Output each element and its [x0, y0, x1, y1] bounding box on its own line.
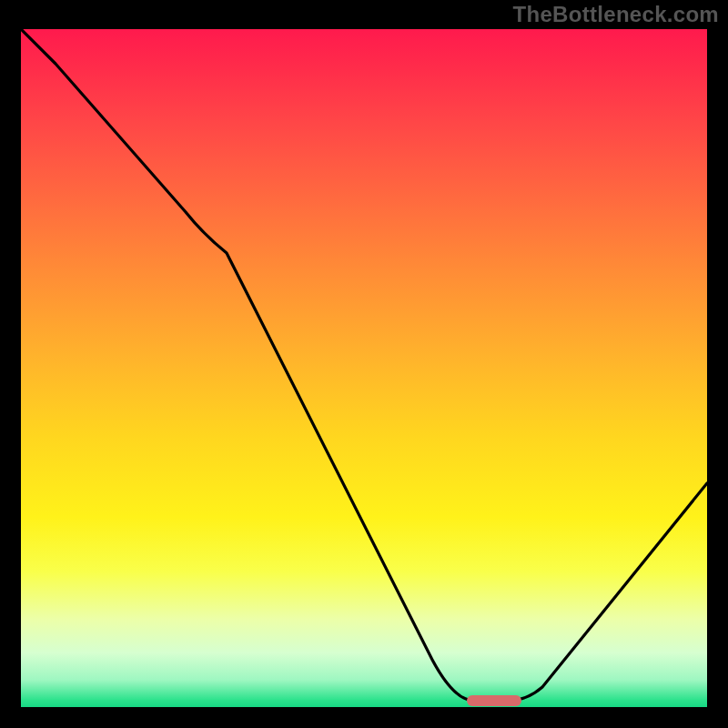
plot-area [21, 29, 707, 707]
watermark-text: TheBottleneck.com [513, 2, 719, 27]
curve-path [21, 29, 707, 701]
chart-frame: TheBottleneck.com [0, 0, 728, 728]
optimal-range-marker [467, 695, 521, 706]
bottleneck-curve [21, 29, 707, 707]
